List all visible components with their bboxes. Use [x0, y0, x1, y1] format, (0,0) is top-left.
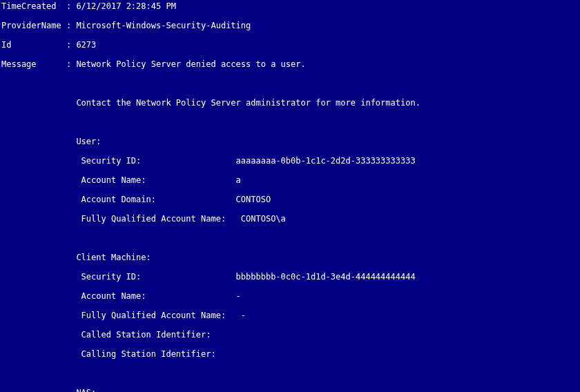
user-account-domain: Account Domain: CONTOSO: [1, 195, 580, 204]
client-fqan: Fully Qualified Account Name: -: [1, 311, 580, 320]
user-account-name: Account Name: a: [1, 175, 580, 185]
client-account-name: Account Name: -: [1, 291, 580, 301]
header-time: TimeCreated : 6/12/2017 2:28:45 PM: [1, 1, 580, 11]
contact-line: Contact the Network Policy Server admini…: [1, 98, 580, 108]
client-called: Called Station Identifier:: [1, 330, 580, 340]
blank: [1, 117, 580, 127]
header-id: Id : 6273: [1, 40, 580, 50]
client-security-id: Security ID: bbbbbbbb-0c0c-1d1d-3e4d-444…: [1, 272, 580, 282]
header-provider: ProviderName : Microsoft-Windows-Securit…: [1, 21, 580, 30]
user-fqan: Fully Qualified Account Name: CONTOSO\a: [1, 214, 580, 224]
client-calling: Calling Station Identifier:: [1, 349, 580, 359]
nas-section: NAS:: [1, 388, 580, 392]
user-security-id: Security ID: aaaaaaaa-0b0b-1c1c-2d2d-333…: [1, 156, 580, 166]
powershell-output: TimeCreated : 6/12/2017 2:28:45 PM Provi…: [0, 0, 580, 392]
client-section: Client Machine:: [1, 253, 580, 262]
blank: [1, 79, 580, 88]
blank: [1, 233, 580, 243]
blank: [1, 369, 580, 378]
header-message: Message : Network Policy Server denied a…: [1, 59, 580, 69]
user-section: User:: [1, 137, 580, 146]
